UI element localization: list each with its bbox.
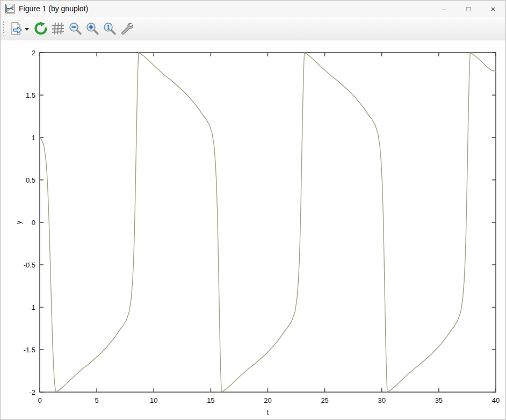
y-tick-label: -0.5 <box>24 261 35 269</box>
svg-text:1: 1 <box>106 24 110 31</box>
x-tick-label: 15 <box>207 396 214 404</box>
y-axis-label: y <box>15 220 23 224</box>
zoom-out-icon <box>68 21 82 35</box>
export-dropdown-caret[interactable] <box>25 28 29 33</box>
y-tick-label: -1.5 <box>24 346 35 354</box>
plot-border <box>40 53 496 392</box>
x-tick-label: 25 <box>321 396 328 404</box>
configure-button[interactable] <box>118 19 135 38</box>
y-tick-label: 0.5 <box>26 176 35 184</box>
toolbar-grip-handle[interactable] <box>3 21 5 35</box>
x-tick-label: 40 <box>492 396 500 404</box>
replot-button[interactable] <box>32 19 49 38</box>
x-axis-label: t <box>267 408 269 416</box>
gnuplot-mini-chart-icon <box>5 4 15 13</box>
y-tick-label: 1.5 <box>26 91 35 99</box>
window-controls: – □ × <box>431 1 505 17</box>
x-tick-label: 20 <box>264 396 271 404</box>
y-tick-label: 1 <box>32 134 35 142</box>
x-tick-label: 5 <box>95 396 99 404</box>
y-tick-label: 2 <box>32 49 35 57</box>
zoom-initial-button[interactable]: 1 <box>101 19 118 38</box>
export-page-icon <box>9 21 23 35</box>
series-line <box>40 53 496 392</box>
x-tick-label: 30 <box>378 396 386 404</box>
refresh-icon <box>34 21 48 35</box>
x-tick-label: 35 <box>435 396 443 404</box>
toggle-grid-button[interactable] <box>49 19 67 38</box>
grid-icon <box>51 21 65 35</box>
toolbar: 1 <box>1 17 505 40</box>
zoom-next-button[interactable] <box>84 19 101 38</box>
y-tick-label: 0 <box>32 219 35 227</box>
zoom-reset-1-icon: 1 <box>103 21 117 35</box>
maximize-button[interactable]: □ <box>456 1 481 17</box>
wrench-icon <box>120 21 134 35</box>
gnuplot-window: Figure 1 (by gnuplot) – □ × <box>0 0 506 420</box>
title-bar: Figure 1 (by gnuplot) – □ × <box>1 1 505 17</box>
window-title: Figure 1 (by gnuplot) <box>19 4 88 13</box>
export-plot-button[interactable] <box>8 19 25 38</box>
zoom-in-icon <box>85 21 99 35</box>
plot-canvas: 0510152025303540-2-1.5-1-0.500.511.52ty <box>1 40 505 419</box>
x-tick-label: 0 <box>38 396 41 404</box>
y-tick-label: -1 <box>29 303 35 312</box>
plot-area[interactable]: 0510152025303540-2-1.5-1-0.500.511.52ty <box>1 40 506 420</box>
zoom-previous-button[interactable] <box>67 19 84 38</box>
y-tick-label: -2 <box>29 388 35 396</box>
close-button[interactable]: × <box>481 1 505 17</box>
minimize-button[interactable]: – <box>431 1 456 17</box>
x-tick-label: 10 <box>150 396 157 404</box>
